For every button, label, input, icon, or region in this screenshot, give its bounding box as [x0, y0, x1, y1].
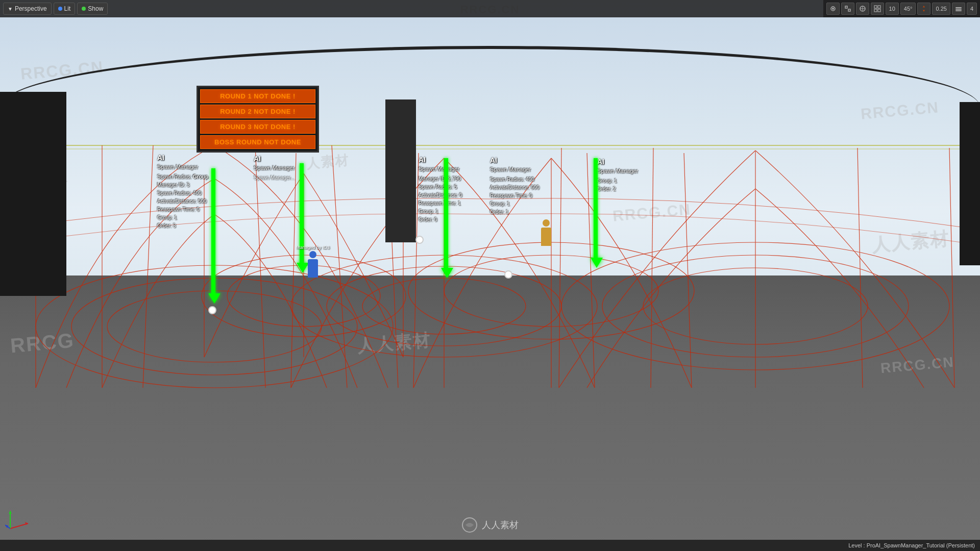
sign-row-4: BOSS ROUND NOT DONE [200, 135, 315, 149]
svg-rect-38 [848, 9, 850, 11]
spawn-point-1 [208, 306, 216, 314]
sky-background [0, 0, 980, 303]
sign-row-1: ROUND 1 NOT DONE ! [200, 89, 315, 103]
logo-text: 人人素材 [482, 519, 519, 531]
right-wall-pillar [960, 102, 980, 265]
svg-rect-42 [874, 6, 877, 8]
lit-button[interactable]: Lit [54, 3, 76, 15]
managed-by-label: Managed by ID3 [296, 245, 330, 250]
svg-rect-43 [878, 6, 880, 8]
svg-marker-46 [923, 6, 925, 12]
green-pillar-3 [444, 158, 448, 270]
green-pillar-4 [594, 158, 598, 260]
scale-value: 0.25 [936, 6, 946, 12]
svg-rect-45 [878, 9, 880, 12]
svg-point-36 [832, 8, 834, 10]
snap-value-button[interactable]: 10 [886, 3, 899, 15]
perspective-label: Perspective [15, 5, 47, 12]
left-wall-pillar [0, 92, 66, 296]
svg-marker-55 [5, 525, 8, 528]
character-gold [541, 219, 551, 246]
scale-button[interactable]: 0.25 [932, 3, 950, 15]
green-arrow-3 [441, 268, 453, 278]
floor-background [0, 276, 980, 551]
round-sign-board: ROUND 1 NOT DONE ! ROUND 2 NOT DONE ! RO… [197, 86, 319, 153]
lit-label: Lit [64, 5, 71, 12]
bottom-logo: 人人素材 [461, 517, 519, 533]
coordinate-axes [5, 508, 31, 536]
sign-row-2: ROUND 2 NOT DONE ! [200, 105, 315, 118]
svg-rect-49 [955, 10, 962, 11]
green-arrow-4 [591, 258, 603, 268]
svg-rect-37 [845, 6, 847, 8]
angle-button[interactable]: 45° [900, 3, 916, 15]
level-name: Level : ProAI_SpawnManager_Tutorial (Per… [848, 542, 975, 548]
show-label: Show [88, 5, 103, 12]
snap-value: 10 [889, 6, 895, 12]
viewport: RRCG.CN 人人素材 RRCG RRCG.CN 人人素材 RRCG.CN 人… [0, 0, 980, 551]
sign-row-3: ROUND 3 NOT DONE ! [200, 120, 315, 134]
green-arrow-1 [208, 293, 220, 304]
character-blue: Managed by ID3 [296, 245, 330, 278]
perspective-button[interactable]: ▼ Perspective [3, 3, 52, 15]
layer-icon[interactable] [952, 3, 965, 15]
layer-count-button[interactable]: 4 [967, 3, 977, 15]
spawn-point-2 [415, 236, 424, 244]
status-bar: Level : ProAI_SpawnManager_Tutorial (Per… [0, 540, 980, 551]
svg-rect-47 [955, 7, 962, 8]
angle-value: 45° [904, 6, 913, 12]
show-button[interactable]: Show [77, 3, 108, 15]
toolbar-right: 10 45° 0.25 4 [823, 0, 980, 17]
svg-marker-53 [9, 511, 12, 514]
center-pillar [385, 99, 416, 242]
layer-count: 4 [970, 6, 973, 12]
maximize-icon[interactable] [841, 3, 854, 15]
green-pillar-1 [211, 168, 215, 296]
camera-icon[interactable] [826, 3, 840, 15]
svg-line-50 [10, 523, 28, 529]
globe-icon[interactable] [856, 3, 869, 15]
grid-icon[interactable] [871, 3, 884, 15]
move-icon[interactable] [917, 3, 930, 15]
svg-rect-44 [874, 9, 877, 12]
svg-rect-48 [955, 9, 962, 10]
spawn-point-3 [504, 270, 512, 279]
